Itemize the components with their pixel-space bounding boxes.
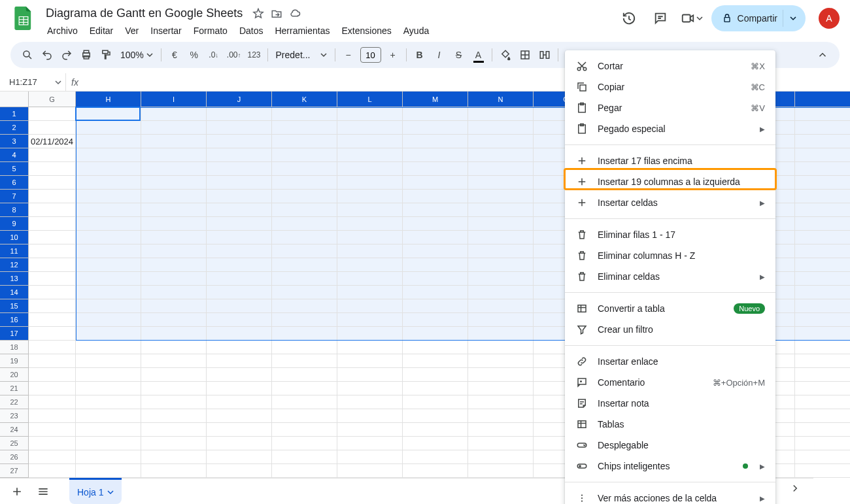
row-header[interactable]: 21 — [0, 382, 29, 395]
cell[interactable] — [468, 286, 534, 299]
cell[interactable] — [141, 162, 207, 176]
cell[interactable] — [337, 313, 403, 327]
cell[interactable] — [403, 162, 468, 176]
row-header[interactable]: 23 — [0, 409, 29, 423]
col-header[interactable] — [795, 92, 850, 107]
cell[interactable] — [403, 423, 468, 437]
cloud-icon[interactable] — [288, 7, 301, 20]
cell[interactable] — [207, 354, 272, 368]
row-header[interactable]: 7 — [0, 190, 29, 203]
col-header[interactable]: G — [29, 92, 76, 107]
comments-icon[interactable] — [649, 7, 672, 30]
cell[interactable] — [76, 409, 141, 423]
cell[interactable] — [337, 258, 403, 272]
cell[interactable] — [29, 231, 76, 244]
row-header[interactable]: 9 — [0, 217, 29, 231]
cell[interactable] — [141, 464, 207, 478]
row-header[interactable]: 12 — [0, 258, 29, 272]
cell[interactable] — [76, 190, 141, 203]
cell[interactable] — [76, 437, 141, 450]
cell[interactable] — [76, 464, 141, 478]
cell[interactable] — [795, 395, 850, 409]
cell[interactable] — [29, 341, 76, 354]
row-header[interactable]: 18 — [0, 341, 29, 354]
cell[interactable] — [795, 423, 850, 437]
cell[interactable] — [468, 217, 534, 231]
ctx-paste-special[interactable]: Pegado especial▶ — [565, 118, 775, 139]
col-header[interactable]: M — [403, 92, 468, 107]
cell[interactable] — [272, 423, 337, 437]
cell[interactable] — [468, 341, 534, 354]
cell[interactable] — [207, 217, 272, 231]
ctx-insert-cells[interactable]: Insertar celdas▶ — [565, 192, 775, 213]
row-header[interactable]: 3 — [0, 135, 29, 148]
currency-euro-icon[interactable]: € — [165, 46, 184, 64]
cell[interactable] — [403, 437, 468, 450]
ctx-copy[interactable]: Copiar⌘C — [565, 76, 775, 97]
cell[interactable] — [76, 341, 141, 354]
add-sheet-icon[interactable] — [5, 480, 29, 503]
cell[interactable] — [272, 217, 337, 231]
cell[interactable] — [207, 382, 272, 395]
cell[interactable] — [141, 299, 207, 313]
cell[interactable] — [76, 286, 141, 299]
cell[interactable] — [29, 299, 76, 313]
cell[interactable] — [76, 217, 141, 231]
cell[interactable] — [468, 148, 534, 162]
cell[interactable] — [29, 190, 76, 203]
row-header[interactable]: 14 — [0, 286, 29, 299]
cell[interactable] — [337, 464, 403, 478]
cell[interactable] — [795, 231, 850, 244]
cell[interactable] — [468, 327, 534, 341]
row-header[interactable]: 26 — [0, 450, 29, 464]
font-size-input[interactable] — [360, 47, 381, 63]
meet-icon[interactable] — [680, 7, 704, 30]
ctx-delete-rows[interactable]: Eliminar filas 1 - 17 — [565, 224, 775, 245]
cell[interactable] — [468, 135, 534, 148]
cell[interactable] — [272, 437, 337, 450]
cell[interactable] — [29, 272, 76, 286]
cell[interactable] — [403, 327, 468, 341]
cell[interactable] — [207, 272, 272, 286]
cell[interactable] — [272, 272, 337, 286]
cell[interactable] — [207, 121, 272, 135]
cell[interactable] — [403, 231, 468, 244]
cell[interactable] — [207, 450, 272, 464]
cell[interactable] — [141, 286, 207, 299]
row-header[interactable]: 24 — [0, 423, 29, 437]
cell[interactable] — [29, 217, 76, 231]
cell[interactable] — [337, 217, 403, 231]
cell[interactable] — [272, 327, 337, 341]
cell[interactable] — [272, 382, 337, 395]
cell[interactable] — [403, 299, 468, 313]
row-header[interactable]: 6 — [0, 176, 29, 190]
cell[interactable] — [29, 107, 76, 121]
cell[interactable] — [795, 135, 850, 148]
cell[interactable] — [468, 231, 534, 244]
ctx-dropdown[interactable]: Desplegable — [565, 435, 775, 456]
cell[interactable] — [272, 258, 337, 272]
cell[interactable] — [468, 176, 534, 190]
cell[interactable] — [141, 135, 207, 148]
cell[interactable] — [207, 464, 272, 478]
cell[interactable] — [207, 368, 272, 382]
cell[interactable] — [337, 286, 403, 299]
cell[interactable] — [795, 217, 850, 231]
share-dropdown[interactable] — [783, 10, 803, 27]
cell[interactable] — [468, 464, 534, 478]
cell[interactable] — [403, 382, 468, 395]
cell[interactable] — [272, 190, 337, 203]
cell[interactable] — [141, 409, 207, 423]
cell[interactable] — [795, 368, 850, 382]
cell[interactable] — [29, 162, 76, 176]
row-header[interactable]: 5 — [0, 162, 29, 176]
ctx-insert-rows[interactable]: Insertar 17 filas encima — [565, 150, 775, 171]
cell[interactable] — [207, 341, 272, 354]
cell[interactable] — [76, 368, 141, 382]
cell[interactable] — [76, 121, 141, 135]
cell[interactable] — [76, 327, 141, 341]
cell[interactable] — [795, 354, 850, 368]
col-header[interactable]: L — [337, 92, 403, 107]
col-header[interactable]: H — [76, 92, 141, 107]
cell[interactable] — [207, 162, 272, 176]
